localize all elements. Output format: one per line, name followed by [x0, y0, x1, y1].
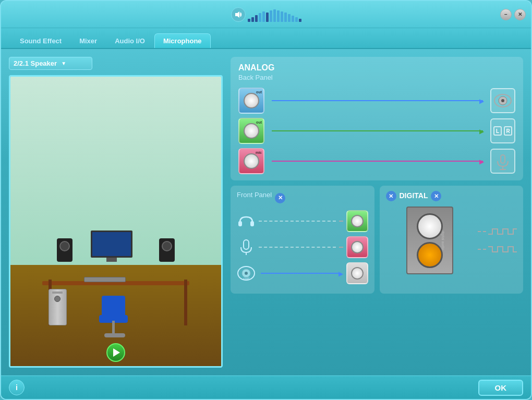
- front-port-circle-spdif: [351, 267, 364, 280]
- wave-svg-top: [488, 227, 517, 236]
- front-port-row-mic: [237, 236, 368, 258]
- analog-section: ANALOG Back Panel out ▶: [231, 57, 523, 180]
- wave-line-bottom: [478, 245, 517, 254]
- port-circle-pink: [244, 153, 259, 169]
- front-port-circle-mic: [351, 241, 364, 253]
- wave-svg-bottom: [488, 245, 517, 254]
- keyboard: [84, 277, 126, 282]
- svg-point-13: [245, 272, 248, 275]
- front-port-mic[interactable]: [346, 236, 368, 258]
- svg-rect-7: [238, 221, 242, 226]
- app-window: − ✕ Sound Effect Mixer Audio I/O Microph…: [0, 0, 532, 400]
- front-port-headphone[interactable]: [346, 210, 368, 232]
- room-scene: [10, 77, 221, 366]
- minimize-button[interactable]: −: [500, 9, 512, 20]
- speaker-select-value: 2/2.1 Speaker: [14, 59, 57, 67]
- speaker-dropdown-container: 2/2.1 Speaker ▼: [9, 57, 223, 70]
- play-icon: [113, 348, 120, 357]
- play-button[interactable]: [106, 343, 125, 362]
- front-port-row-spdif: s/pdif ▶: [237, 262, 368, 284]
- tab-sound-effect[interactable]: Sound Effect: [11, 34, 70, 48]
- wave-lines: [478, 227, 517, 254]
- svg-text:s/pdif: s/pdif: [243, 277, 250, 280]
- close-button[interactable]: ✕: [514, 9, 526, 20]
- monitor-screen: [91, 231, 132, 258]
- right-panel: ANALOG Back Panel out ▶: [231, 57, 523, 368]
- svg-rect-8: [250, 221, 254, 226]
- digital-label: digital audio: [442, 231, 445, 250]
- win-controls: − ✕: [500, 9, 526, 20]
- headphone-icon: [237, 212, 256, 231]
- analog-port-rows: out ▶: [238, 88, 515, 174]
- port-label-pink: mic: [256, 151, 262, 154]
- port-circle-blue: [244, 93, 259, 108]
- front-mic-icon: [237, 238, 256, 257]
- room-speaker-left: [57, 238, 72, 262]
- spdif-icon: s/pdif: [237, 264, 256, 283]
- left-panel: 2/2.1 Speaker ▼: [9, 57, 223, 368]
- room-monitor: [91, 231, 132, 262]
- front-panel-x-badge[interactable]: ✕: [275, 193, 285, 203]
- dropdown-arrow-icon: ▼: [61, 60, 66, 66]
- analog-title: ANALOG: [238, 63, 515, 72]
- volume-bars: [248, 7, 301, 22]
- pc-tower: [49, 289, 67, 325]
- speaker-select[interactable]: 2/2.1 Speaker ▼: [9, 57, 92, 70]
- title-bar: − ✕: [1, 1, 531, 28]
- analog-port-row-pink: mic ▶: [238, 148, 515, 174]
- l-box: L: [493, 126, 502, 136]
- analog-port-green[interactable]: out: [238, 118, 264, 144]
- r-box: R: [504, 126, 512, 136]
- digital-port-box: digital audio: [406, 207, 453, 274]
- info-icon[interactable]: i: [9, 380, 25, 395]
- jack-icon-blue: [490, 88, 515, 113]
- room-chair: [99, 296, 130, 337]
- front-port-row-headphone: [237, 210, 368, 232]
- front-port-circle-headphone: [351, 215, 364, 227]
- speaker-icon: [231, 7, 246, 22]
- digital-port-orange[interactable]: [417, 242, 443, 268]
- svg-point-3: [501, 99, 504, 102]
- front-panel-title: Front Panel: [237, 191, 272, 199]
- main-content: 2/2.1 Speaker ▼: [1, 49, 531, 375]
- bottom-panels: Front Panel ✕: [231, 186, 523, 294]
- digital-panel-header: ✕ DIGITAL ✕: [386, 191, 517, 201]
- front-panel: Front Panel ✕: [231, 186, 374, 294]
- digital-x-badge-right[interactable]: ✕: [431, 191, 441, 201]
- port-circle-green: [244, 123, 259, 139]
- digital-port-white[interactable]: [417, 213, 443, 239]
- jack-icon-green: L R: [490, 118, 515, 143]
- front-port-spdif[interactable]: [346, 262, 368, 284]
- svg-marker-0: [235, 11, 239, 18]
- jack-icon-pink: [490, 149, 515, 174]
- dashed-line-mic: [259, 247, 336, 248]
- lr-icon: L R: [493, 126, 512, 136]
- ok-button[interactable]: OK: [478, 380, 524, 396]
- monitor-stand: [106, 258, 117, 262]
- front-panel-header: Front Panel ✕: [237, 191, 368, 205]
- digital-title: DIGITAL: [400, 191, 428, 200]
- digital-content: digital audio: [386, 207, 517, 274]
- tab-audio-io[interactable]: Audio I/O: [106, 34, 153, 48]
- analog-subtitle: Back Panel: [238, 74, 515, 81]
- bottom-bar: i OK: [1, 375, 531, 399]
- port-label-blue: out: [256, 90, 262, 94]
- room-visualization: [9, 75, 223, 368]
- tab-mixer[interactable]: Mixer: [71, 34, 105, 48]
- analog-port-pink[interactable]: mic: [238, 148, 264, 174]
- analog-port-row-blue: out ▶: [238, 88, 515, 114]
- digital-x-badge-left[interactable]: ✕: [386, 191, 396, 201]
- tab-bar: Sound Effect Mixer Audio I/O Microphone: [1, 28, 531, 49]
- svg-rect-9: [244, 240, 249, 249]
- desk-leg-right: [184, 280, 187, 326]
- svg-rect-4: [501, 155, 505, 163]
- tab-microphone[interactable]: Microphone: [154, 33, 211, 48]
- title-bar-center: [231, 7, 301, 22]
- analog-port-blue[interactable]: out: [238, 88, 264, 114]
- port-label-green: out: [256, 120, 262, 124]
- analog-port-row-green: out ▶ L R: [238, 118, 515, 144]
- dashed-line-headphone: [259, 221, 336, 222]
- wave-line-top: [478, 227, 517, 236]
- digital-section: ✕ DIGITAL ✕ digital audio: [380, 186, 524, 294]
- room-speaker-right: [159, 238, 175, 262]
